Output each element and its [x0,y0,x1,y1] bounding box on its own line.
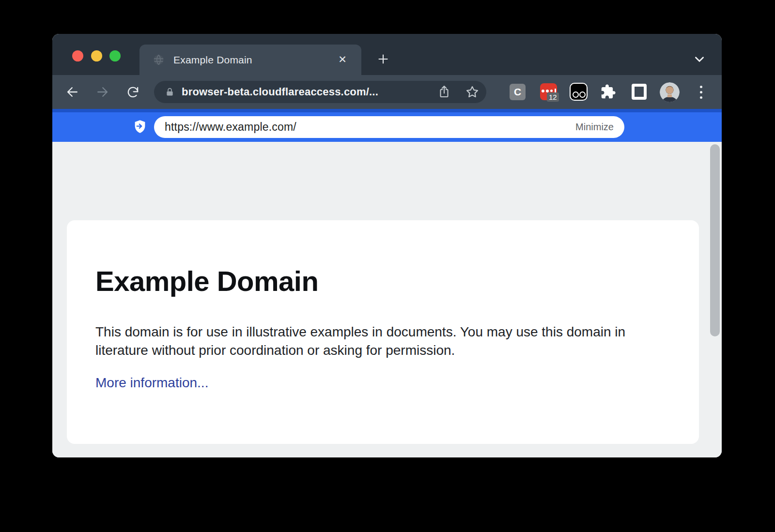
profile-avatar[interactable] [660,82,680,102]
share-icon[interactable] [437,85,451,101]
reload-button[interactable] [124,83,141,101]
address-url-text: browser-beta.cloudflareaccess.com/... [182,86,378,98]
isolated-url-input[interactable]: https://www.example.com/ Minimize [154,116,624,138]
extensions-puzzle-icon[interactable] [600,84,616,100]
tab-example-domain[interactable]: Example Domain ✕ [140,45,361,75]
side-panel-icon[interactable] [632,84,647,100]
globe-favicon-icon [152,53,165,66]
address-bar[interactable]: browser-beta.cloudflareaccess.com/... [154,81,486,103]
isolated-url-text: https://www.example.com/ [165,121,296,134]
lock-icon[interactable] [165,87,175,97]
extension-c-icon[interactable]: C [510,84,526,100]
extension-red-dots-icon[interactable]: 12 [540,83,557,100]
macos-zoom-button[interactable] [109,50,121,61]
minimize-button[interactable]: Minimize [575,122,614,133]
bookmark-star-icon[interactable] [465,85,480,101]
tab-title: Example Domain [173,54,252,66]
example-domain-card: Example Domain This domain is for use in… [67,220,699,444]
tab-close-icon[interactable]: ✕ [334,51,351,68]
page-body-text: This domain is for use in illustrative e… [95,323,655,360]
new-tab-button[interactable] [372,48,394,70]
page-title: Example Domain [95,265,318,297]
browser-menu-icon[interactable] [697,83,705,101]
isolation-url-bar: https://www.example.com/ Minimize [52,109,722,142]
chevron-down-icon[interactable] [690,49,709,69]
browser-toolbar: browser-beta.cloudflareaccess.com/... C … [52,75,722,109]
browser-window: Example Domain ✕ [52,34,722,457]
extension-badge: 12 [547,92,559,102]
page-viewport: Example Domain This domain is for use in… [52,142,722,457]
macos-minimize-button[interactable] [91,50,102,61]
scrollbar-thumb[interactable] [710,144,720,336]
more-information-link[interactable]: More information... [95,375,208,391]
forward-button[interactable] [93,83,111,101]
back-button[interactable] [64,83,81,101]
extension-glasses-icon[interactable] [570,83,588,101]
tab-strip: Example Domain ✕ [52,34,722,75]
shield-arrow-icon [133,120,147,136]
macos-close-button[interactable] [72,50,83,61]
